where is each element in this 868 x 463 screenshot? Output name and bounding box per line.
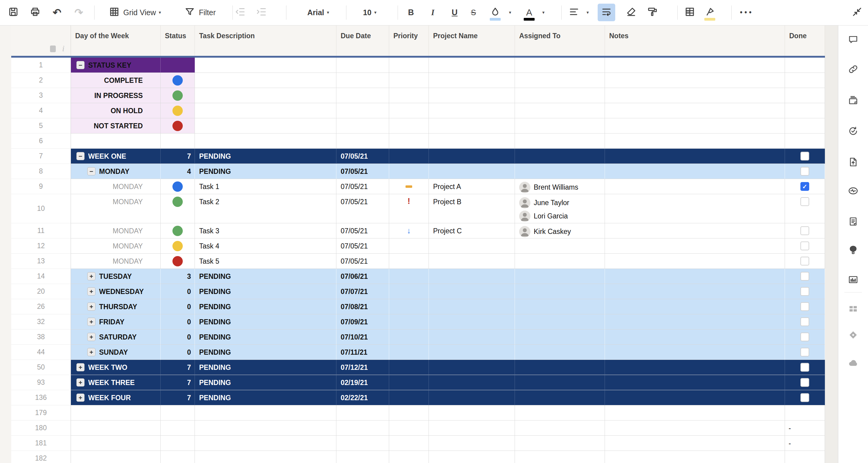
cell-priority[interactable]: !	[389, 194, 429, 223]
cell-notes[interactable]	[605, 451, 785, 463]
cell-status[interactable]	[161, 223, 195, 238]
cell-assigned[interactable]	[515, 390, 605, 405]
expand-row-button[interactable]: +	[76, 394, 85, 402]
cell-day[interactable]: +SATURDAY	[71, 329, 161, 345]
cell-day[interactable]	[71, 421, 161, 436]
cell-project[interactable]	[429, 360, 515, 375]
cell-done[interactable]	[785, 223, 825, 238]
cell-task[interactable]	[195, 451, 336, 463]
cell-due[interactable]: 07/10/21	[336, 329, 389, 345]
done-checkbox[interactable]	[800, 302, 809, 311]
cell-project[interactable]	[429, 164, 515, 179]
balloon-icon[interactable]	[846, 243, 860, 257]
cell-assigned[interactable]	[515, 88, 605, 103]
publish-icon[interactable]	[846, 155, 860, 169]
vertical-scrollbar[interactable]	[825, 25, 838, 463]
cell-notes[interactable]	[605, 299, 785, 314]
fill-color-button[interactable]	[487, 0, 504, 25]
cell-notes[interactable]	[605, 375, 785, 390]
cell-project[interactable]	[429, 88, 515, 103]
cell-project[interactable]	[429, 238, 515, 254]
clear-format-button[interactable]	[622, 0, 640, 25]
done-checkbox[interactable]	[800, 167, 809, 176]
row-number[interactable]: 8	[11, 164, 71, 179]
cell-task[interactable]	[195, 436, 336, 451]
cell-project[interactable]	[429, 436, 515, 451]
cell-notes[interactable]	[605, 118, 785, 134]
cell-priority[interactable]	[389, 179, 429, 194]
cell-day[interactable]: +WEEK FOUR	[71, 390, 161, 405]
cell-notes[interactable]	[605, 269, 785, 284]
row-number[interactable]: 3	[11, 88, 71, 103]
cell-task[interactable]	[195, 73, 336, 88]
cell-priority[interactable]	[389, 134, 429, 149]
cell-due[interactable]: 02/19/21	[336, 375, 389, 390]
collapse-toolbar-button[interactable]	[848, 0, 866, 25]
cell-task[interactable]: Task 5	[195, 254, 336, 269]
font-size-select[interactable]: 10 ▾	[353, 0, 386, 25]
cell-priority[interactable]: ↓	[389, 223, 429, 238]
cell-status[interactable]: 7	[161, 360, 195, 375]
cell-done[interactable]	[785, 103, 825, 118]
done-checkbox[interactable]	[800, 332, 809, 341]
cell-priority[interactable]	[389, 390, 429, 405]
cell-day[interactable]	[71, 436, 161, 451]
cell-due[interactable]	[336, 134, 389, 149]
done-checkbox[interactable]	[800, 197, 809, 206]
strikethrough-button[interactable]: S	[465, 0, 482, 25]
cell-done[interactable]: -	[785, 436, 825, 451]
cell-due[interactable]	[336, 421, 389, 436]
cell-priority[interactable]	[389, 269, 429, 284]
done-checkbox[interactable]	[800, 257, 809, 265]
cell-priority[interactable]	[389, 345, 429, 360]
cell-notes[interactable]	[605, 164, 785, 179]
cell-done[interactable]	[785, 390, 825, 405]
cell-day[interactable]: +FRIDAY	[71, 314, 161, 329]
format-painter-button[interactable]	[644, 0, 661, 25]
cell-notes[interactable]	[605, 436, 785, 451]
cell-task[interactable]: Task 4	[195, 238, 336, 254]
cell-status[interactable]: 0	[161, 329, 195, 345]
outdent-button[interactable]	[231, 0, 249, 25]
cell-assigned[interactable]	[515, 73, 605, 88]
cell-status[interactable]	[161, 134, 195, 149]
row-number[interactable]: 93	[11, 375, 71, 390]
cell-project[interactable]	[429, 375, 515, 390]
column-header-day[interactable]: Day of the Week	[71, 25, 161, 56]
cell-priority[interactable]	[389, 360, 429, 375]
cell-assigned[interactable]	[515, 238, 605, 254]
expand-row-button[interactable]: +	[76, 378, 85, 386]
comments-icon[interactable]	[846, 33, 860, 46]
cell-status[interactable]: 0	[161, 345, 195, 360]
cell-project[interactable]	[429, 390, 515, 405]
cell-status[interactable]: 0	[161, 299, 195, 314]
cell-day[interactable]	[71, 134, 161, 149]
cell-due[interactable]	[336, 88, 389, 103]
row-number[interactable]: 12	[11, 238, 71, 254]
cell-project[interactable]	[429, 405, 515, 421]
cell-task[interactable]	[195, 118, 336, 134]
redo-button[interactable]: ↷	[70, 0, 87, 25]
cell-assigned[interactable]	[515, 345, 605, 360]
cell-task[interactable]: PENDING	[195, 390, 336, 405]
row-number[interactable]: 38	[11, 329, 71, 345]
cell-done[interactable]	[785, 299, 825, 314]
cell-done[interactable]	[785, 118, 825, 134]
row-number[interactable]: 181	[11, 436, 71, 451]
cell-day[interactable]: −STATUS KEY	[71, 58, 161, 73]
cell-assigned[interactable]	[515, 405, 605, 421]
row-number[interactable]: 5	[11, 118, 71, 134]
cell-status[interactable]	[161, 436, 195, 451]
cell-day[interactable]: NOT STARTED	[71, 118, 161, 134]
cell-assigned[interactable]	[515, 314, 605, 329]
row-number[interactable]: 50	[11, 360, 71, 375]
cell-due[interactable]: 07/08/21	[336, 299, 389, 314]
font-family-select[interactable]: Arial ▾	[294, 0, 342, 25]
row-number[interactable]: 6	[11, 134, 71, 149]
done-checkbox[interactable]	[800, 378, 809, 387]
cell-priority[interactable]	[389, 238, 429, 254]
cell-priority[interactable]	[389, 103, 429, 118]
cell-assigned[interactable]	[515, 329, 605, 345]
row-number[interactable]: 182	[11, 451, 71, 463]
cell-notes[interactable]	[605, 314, 785, 329]
